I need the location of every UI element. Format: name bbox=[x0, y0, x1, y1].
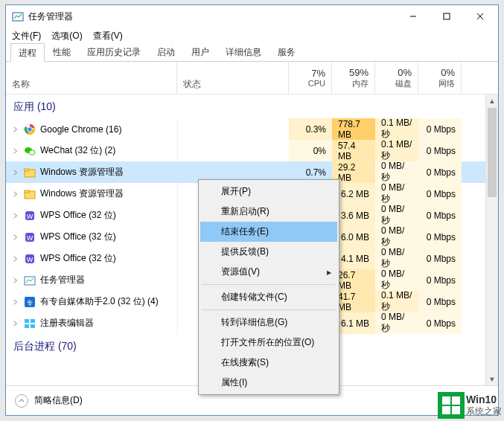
process-name: 注册表编辑器 bbox=[40, 317, 94, 330]
cell-disk: 0 MB/秒 bbox=[375, 183, 418, 205]
process-name: WeChat (32 位) (2) bbox=[40, 144, 115, 157]
chevron-right-icon[interactable] bbox=[12, 147, 19, 155]
ctx-feedback[interactable]: 提供反馈(B) bbox=[200, 242, 337, 262]
chevron-right-icon[interactable] bbox=[12, 126, 19, 133]
ctx-create-dump[interactable]: 创建转储文件(C) bbox=[200, 287, 337, 307]
chevron-right-icon[interactable] bbox=[12, 298, 19, 306]
svg-text:W: W bbox=[27, 234, 34, 242]
column-headers: 名称 状态 7%CPU 59%内存 0%磁盘 0%网络 bbox=[6, 62, 498, 94]
header-disk[interactable]: 0%磁盘 bbox=[375, 62, 418, 94]
chevron-right-icon[interactable] bbox=[12, 320, 19, 327]
cell-name: W WPS Office (32 位) bbox=[6, 248, 177, 269]
cell-disk: 0.1 MB/秒 bbox=[375, 140, 418, 161]
process-name: 任务管理器 bbox=[40, 274, 85, 286]
svg-text:W: W bbox=[27, 256, 34, 263]
tab-users[interactable]: 用户 bbox=[183, 42, 217, 61]
svg-point-9 bbox=[29, 150, 35, 154]
tab-apphistory[interactable]: 应用历史记录 bbox=[79, 42, 149, 61]
svg-rect-23 bbox=[25, 319, 29, 323]
scrollbar[interactable]: ▲ ▼ bbox=[485, 94, 498, 385]
chevron-right-icon[interactable] bbox=[12, 190, 19, 198]
scroll-down-icon[interactable]: ▼ bbox=[486, 373, 498, 385]
taskmgr-icon bbox=[24, 274, 36, 286]
header-status[interactable]: 状态 bbox=[177, 62, 289, 94]
process-name: WPS Office (32 位) bbox=[40, 231, 116, 243]
scroll-thumb[interactable] bbox=[488, 108, 497, 197]
menu-separator bbox=[202, 309, 336, 310]
svg-rect-24 bbox=[31, 319, 35, 323]
tab-processes[interactable]: 进程 bbox=[10, 43, 45, 62]
cell-disk: 0 MB/秒 bbox=[375, 161, 418, 183]
scroll-up-icon[interactable]: ▲ bbox=[486, 94, 498, 107]
wps-icon: W bbox=[24, 231, 36, 243]
app-icon bbox=[12, 10, 24, 22]
header-cpu[interactable]: 7%CPU bbox=[289, 62, 332, 94]
cell-status bbox=[177, 140, 289, 161]
menu-file[interactable]: 文件(F) bbox=[12, 30, 41, 42]
wps-icon: W bbox=[24, 210, 36, 222]
tab-startup[interactable]: 启动 bbox=[149, 42, 183, 61]
chevron-right-icon[interactable] bbox=[12, 234, 19, 241]
process-name: Windows 资源管理器 bbox=[40, 187, 124, 200]
cell-net: 0 Mbps bbox=[418, 205, 462, 226]
cell-net: 0 Mbps bbox=[418, 118, 462, 140]
titlebar[interactable]: 任务管理器 bbox=[6, 5, 498, 28]
cell-disk: 0 MB/秒 bbox=[375, 312, 418, 334]
tab-details[interactable]: 详细信息 bbox=[217, 42, 269, 61]
explorer-icon bbox=[24, 167, 36, 179]
ctx-properties[interactable]: 属性(I) bbox=[200, 373, 337, 393]
svg-point-7 bbox=[28, 126, 32, 131]
svg-text:专: 专 bbox=[27, 300, 33, 306]
menu-options[interactable]: 选项(O) bbox=[51, 30, 82, 42]
group-apps[interactable]: 应用 (10) bbox=[6, 94, 498, 118]
chevron-right-icon[interactable] bbox=[12, 277, 19, 284]
table-row[interactable]: Google Chrome (16) 0.3% 778.7 MB 0.1 MB/… bbox=[6, 118, 498, 140]
collapse-icon[interactable] bbox=[15, 394, 28, 408]
ctx-goto-details[interactable]: 转到详细信息(G) bbox=[200, 312, 337, 332]
cell-name: Windows 资源管理器 bbox=[6, 183, 177, 205]
cell-disk: 0 MB/秒 bbox=[375, 269, 418, 291]
ctx-search-online[interactable]: 在线搜索(S) bbox=[200, 353, 337, 373]
chevron-right-icon[interactable] bbox=[12, 169, 19, 176]
ctx-expand[interactable]: 展开(P) bbox=[200, 181, 337, 202]
ctx-open-location[interactable]: 打开文件所在的位置(O) bbox=[200, 332, 337, 353]
chrome-icon bbox=[24, 123, 36, 135]
explorer-icon bbox=[24, 188, 36, 200]
window-buttons bbox=[396, 5, 497, 28]
ctx-restart[interactable]: 重新启动(R) bbox=[200, 202, 337, 222]
process-name: Windows 资源管理器 bbox=[40, 166, 124, 179]
maximize-button[interactable] bbox=[430, 5, 463, 28]
submenu-arrow-icon: ▶ bbox=[327, 269, 331, 275]
process-name: WPS Office (32 位) bbox=[40, 209, 116, 222]
chevron-right-icon[interactable] bbox=[12, 255, 19, 263]
svg-text:W: W bbox=[27, 213, 34, 220]
cell-name: 专 有专自媒体助手2.0 (32 位) (4) bbox=[6, 291, 177, 312]
tab-services[interactable]: 服务 bbox=[269, 42, 304, 61]
header-network[interactable]: 0%网络 bbox=[418, 62, 462, 94]
cell-net: 0 Mbps bbox=[418, 183, 462, 205]
cell-net: 0 Mbps bbox=[418, 161, 462, 183]
ctx-end-task[interactable]: 结束任务(E) bbox=[200, 222, 337, 242]
wechat-icon bbox=[24, 145, 36, 157]
header-name[interactable]: 名称 bbox=[6, 62, 177, 94]
close-button[interactable] bbox=[463, 5, 497, 28]
cell-disk: 0 MB/秒 bbox=[375, 205, 418, 226]
tab-performance[interactable]: 性能 bbox=[45, 42, 79, 61]
cell-name: 注册表编辑器 bbox=[6, 312, 177, 334]
cell-net: 0 Mbps bbox=[418, 140, 462, 161]
table-row[interactable]: WeChat (32 位) (2) 0% 57.4 MB 0.1 MB/秒 0 … bbox=[6, 140, 498, 161]
cell-net: 0 Mbps bbox=[418, 248, 462, 269]
menu-view[interactable]: 查看(V) bbox=[93, 30, 123, 42]
cell-disk: 0.1 MB/秒 bbox=[375, 118, 418, 140]
regedit-icon bbox=[24, 318, 36, 330]
minimize-button[interactable] bbox=[396, 5, 430, 28]
cell-name: 任务管理器 bbox=[6, 269, 177, 291]
ctx-resource-values[interactable]: 资源值(V)▶ bbox=[200, 262, 337, 282]
process-name: WPS Office (32 位) bbox=[40, 252, 116, 265]
cell-mem: 778.7 MB bbox=[332, 118, 375, 140]
tabstrip: 进程 性能 应用历史记录 启动 用户 详细信息 服务 bbox=[6, 44, 498, 62]
chevron-right-icon[interactable] bbox=[12, 212, 19, 219]
header-memory[interactable]: 59%内存 bbox=[332, 62, 375, 94]
brief-info-button[interactable]: 简略信息(D) bbox=[34, 394, 83, 407]
cell-net: 0 Mbps bbox=[418, 312, 462, 334]
